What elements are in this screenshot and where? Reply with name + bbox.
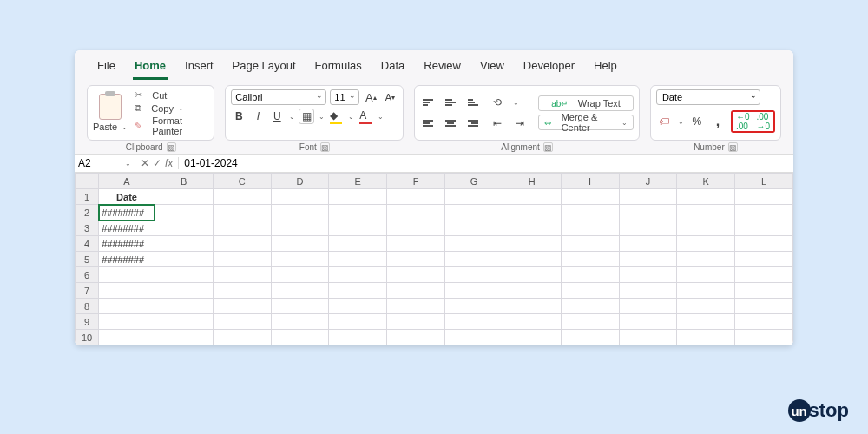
cell[interactable]	[561, 205, 619, 220]
cell[interactable]	[503, 283, 561, 299]
col-header-D[interactable]: D	[271, 174, 329, 189]
col-header-E[interactable]: E	[329, 174, 387, 189]
fill-color-button[interactable]: ◆	[328, 108, 344, 124]
align-right-icon[interactable]	[465, 115, 481, 131]
cell[interactable]	[561, 283, 619, 299]
merge-center-button[interactable]: ⇔ Merge & Center⌄	[538, 115, 634, 130]
cell[interactable]	[155, 189, 213, 205]
increase-decimal-icon[interactable]: ←0.00	[734, 114, 752, 129]
cell[interactable]	[619, 314, 677, 330]
cell[interactable]	[503, 205, 561, 220]
cell[interactable]	[445, 330, 503, 345]
decrease-font-icon[interactable]: A▾	[382, 89, 398, 105]
cell[interactable]	[445, 189, 503, 205]
cell[interactable]	[561, 189, 619, 205]
font-launcher[interactable]: ▧	[320, 142, 330, 152]
cell[interactable]	[445, 314, 503, 330]
cell[interactable]	[213, 252, 271, 267]
formula-input[interactable]: 01-01-2024	[179, 157, 793, 169]
col-header-C[interactable]: C	[213, 174, 271, 189]
cell[interactable]	[735, 283, 793, 299]
cell[interactable]	[561, 267, 619, 283]
col-header-F[interactable]: F	[387, 174, 445, 189]
cell[interactable]	[155, 205, 213, 220]
cell[interactable]	[329, 283, 387, 299]
align-middle-icon[interactable]	[443, 95, 458, 110]
align-top-icon[interactable]	[420, 95, 436, 110]
cell[interactable]	[445, 299, 503, 314]
cell[interactable]	[387, 189, 445, 205]
cell[interactable]	[155, 330, 213, 345]
cell[interactable]	[99, 330, 155, 345]
cell[interactable]	[271, 299, 329, 314]
cell[interactable]	[155, 236, 213, 252]
cell[interactable]	[99, 267, 155, 283]
cell[interactable]	[445, 267, 503, 283]
cell[interactable]	[213, 283, 271, 299]
cell[interactable]: ########	[99, 205, 155, 220]
tab-file[interactable]: File	[95, 56, 117, 80]
name-box[interactable]: A2⌄	[75, 157, 135, 169]
cell[interactable]	[561, 236, 619, 252]
accounting-format-icon[interactable]: 🏷	[656, 114, 672, 129]
paste-button[interactable]: Paste	[93, 122, 117, 132]
cell[interactable]	[503, 314, 561, 330]
cell[interactable]	[329, 220, 387, 236]
comma-style-icon[interactable]: ,	[710, 114, 726, 129]
row-header[interactable]: 2	[76, 205, 99, 220]
cell[interactable]	[561, 299, 619, 314]
col-header-L[interactable]: L	[735, 174, 793, 189]
cell[interactable]	[99, 283, 155, 299]
cell[interactable]	[387, 236, 445, 252]
italic-button[interactable]: I	[250, 108, 266, 124]
decrease-indent-icon[interactable]: ⇤	[490, 115, 505, 131]
cell[interactable]: ########	[99, 252, 155, 267]
bold-button[interactable]: B	[231, 108, 247, 124]
row-header[interactable]: 5	[76, 252, 99, 267]
cell[interactable]	[271, 205, 329, 220]
fx-icon[interactable]: fx	[165, 157, 173, 169]
tab-view[interactable]: View	[478, 56, 506, 80]
cell[interactable]	[271, 252, 329, 267]
cell[interactable]	[561, 220, 619, 236]
cell[interactable]	[735, 252, 793, 267]
cell[interactable]	[677, 220, 735, 236]
cell[interactable]	[271, 236, 329, 252]
cell[interactable]	[619, 252, 677, 267]
cell[interactable]	[677, 189, 735, 205]
cell[interactable]	[387, 220, 445, 236]
cell[interactable]	[155, 314, 213, 330]
cut-button[interactable]: ✂ Cut	[135, 89, 208, 101]
row-header[interactable]: 7	[76, 283, 99, 299]
col-header-J[interactable]: J	[619, 174, 677, 189]
tab-developer[interactable]: Developer	[522, 56, 576, 80]
cell[interactable]	[735, 220, 793, 236]
borders-button[interactable]: ▦	[299, 108, 314, 124]
cell[interactable]	[387, 205, 445, 220]
col-header-B[interactable]: B	[155, 174, 213, 189]
font-size-select[interactable]: 11	[330, 89, 359, 105]
decrease-decimal-icon[interactable]: .00→0	[754, 114, 772, 129]
row-header[interactable]: 9	[76, 314, 99, 330]
cell[interactable]	[735, 267, 793, 283]
tab-insert[interactable]: Insert	[183, 56, 215, 80]
cell[interactable]	[329, 205, 387, 220]
cell[interactable]	[503, 299, 561, 314]
cell[interactable]	[503, 236, 561, 252]
wrap-text-button[interactable]: ab↵ Wrap Text	[538, 95, 634, 111]
format-painter-button[interactable]: ✎ Format Painter	[135, 115, 208, 136]
cell[interactable]	[619, 283, 677, 299]
cell[interactable]	[619, 205, 677, 220]
enter-icon[interactable]: ✓	[153, 157, 161, 169]
cell[interactable]	[503, 330, 561, 345]
cell[interactable]	[329, 267, 387, 283]
col-header-I[interactable]: I	[561, 174, 619, 189]
cell[interactable]	[445, 236, 503, 252]
font-name-select[interactable]: Calibri	[231, 89, 326, 105]
cell[interactable]	[271, 220, 329, 236]
cell[interactable]	[213, 314, 271, 330]
tab-formulas[interactable]: Formulas	[313, 56, 364, 80]
cell[interactable]	[271, 283, 329, 299]
cell[interactable]	[619, 220, 677, 236]
cell[interactable]	[677, 252, 735, 267]
